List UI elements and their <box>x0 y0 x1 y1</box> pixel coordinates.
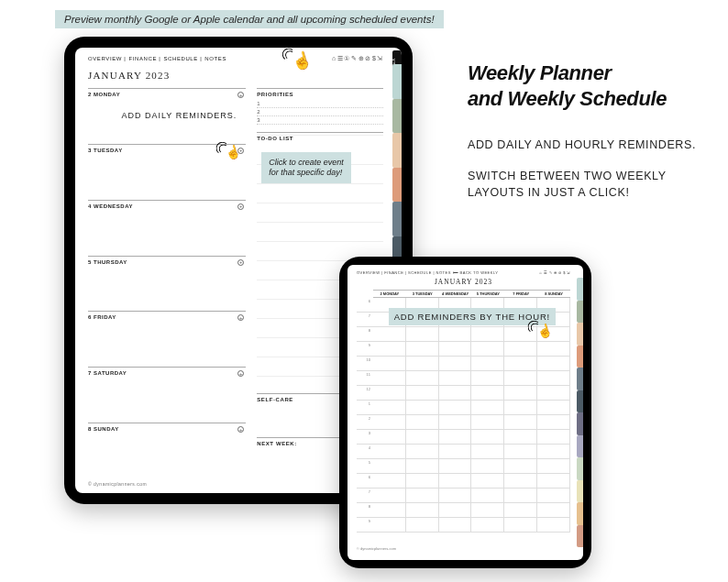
hour-cell[interactable] <box>406 401 439 415</box>
hour-cell[interactable] <box>439 518 472 533</box>
hour-cell[interactable] <box>537 401 570 415</box>
hour-cell[interactable] <box>471 371 504 386</box>
month-tab[interactable] <box>577 525 583 548</box>
hour-cell[interactable] <box>439 401 472 415</box>
hour-cell[interactable] <box>537 518 570 533</box>
priority-item[interactable]: 3 <box>257 116 383 125</box>
nav-icon[interactable]: ☰ <box>337 55 344 61</box>
nav-icon[interactable]: ⊕ <box>358 55 365 61</box>
hour-cell[interactable] <box>504 401 537 415</box>
hour-cell[interactable] <box>439 489 472 503</box>
hour-cell[interactable] <box>537 357 570 371</box>
nav-icon-row[interactable]: ⌂ ☰ ✎ ⊕ ⊘ $ ⇲ <box>539 270 570 275</box>
day-row-sunday[interactable]: 8 SUNDAY + <box>88 423 246 478</box>
hour-cell[interactable] <box>504 459 537 474</box>
nav-tab[interactable]: FINANCE | <box>128 56 160 61</box>
hour-cell[interactable] <box>373 489 406 503</box>
hour-cell[interactable] <box>471 401 504 415</box>
hour-cell[interactable] <box>471 415 504 430</box>
hour-cell[interactable] <box>537 459 570 474</box>
day-row-saturday[interactable]: 7 SATURDAY + <box>88 367 246 423</box>
day-header[interactable]: 5 THURSDAY <box>471 290 504 298</box>
hour-cell[interactable] <box>373 357 406 371</box>
hour-cell[interactable] <box>373 327 406 342</box>
hour-cell[interactable] <box>471 327 504 342</box>
hour-cell[interactable] <box>373 503 406 518</box>
month-tab[interactable] <box>392 202 402 236</box>
nav-tab[interactable]: SCHEDULE | <box>163 56 202 61</box>
nav-tabs[interactable]: OVERVIEW | FINANCE | SCHEDULE | NOTES ⟵ … <box>357 270 499 275</box>
hour-cell[interactable] <box>504 430 537 445</box>
day-header[interactable]: 7 FRIDAY <box>504 290 537 298</box>
month-tab[interactable] <box>577 480 583 503</box>
hour-cell[interactable] <box>471 342 504 357</box>
priority-item[interactable]: 2 <box>257 108 383 116</box>
hour-cell[interactable] <box>537 386 570 401</box>
nav-tabs[interactable]: OVERVIEW |FINANCE |SCHEDULE |NOTES <box>88 56 229 61</box>
day-header[interactable]: 3 TUESDAY <box>406 290 439 298</box>
hour-cell[interactable] <box>373 474 406 489</box>
priorities-section[interactable]: PRIORITIES 1 2 3 <box>257 88 383 132</box>
planner-nav[interactable]: OVERVIEW |FINANCE |SCHEDULE |NOTES ⌂☰①✎⊕… <box>88 55 383 62</box>
hour-cell[interactable] <box>406 415 439 430</box>
nav-icon[interactable]: ① <box>344 55 350 61</box>
nav-icon[interactable]: $ <box>372 55 377 61</box>
hour-cell[interactable] <box>373 386 406 401</box>
nav-icon[interactable]: ⊘ <box>365 55 371 61</box>
hour-cell[interactable] <box>537 474 570 489</box>
hour-cell[interactable] <box>471 474 504 489</box>
month-tab[interactable] <box>577 435 583 458</box>
hour-cell[interactable] <box>373 430 406 445</box>
hour-cell[interactable] <box>504 518 537 533</box>
month-tab[interactable] <box>577 301 583 324</box>
hour-cell[interactable] <box>406 489 439 503</box>
hour-cell[interactable] <box>406 459 439 474</box>
month-tab[interactable] <box>392 168 402 203</box>
hour-cell[interactable] <box>537 489 570 503</box>
hour-cell[interactable] <box>373 401 406 415</box>
hour-cell[interactable] <box>406 386 439 401</box>
day-row-monday[interactable]: 2 MONDAY + ADD DAILY REMINDERS. <box>88 88 246 144</box>
hour-cell[interactable] <box>537 415 570 430</box>
nav-icon-row[interactable]: ⌂☰①✎⊕⊘$⇲ <box>331 55 383 62</box>
hour-cell[interactable] <box>471 489 504 503</box>
hour-cell[interactable] <box>439 357 472 371</box>
month-tab[interactable] <box>392 133 402 168</box>
day-row-wednesday[interactable]: 4 WEDNESDAY + <box>88 200 246 256</box>
hour-cell[interactable] <box>406 503 439 518</box>
hour-cell[interactable] <box>537 445 570 459</box>
day-header[interactable]: 2 MONDAY <box>373 290 406 298</box>
hour-cell[interactable] <box>439 342 472 357</box>
hour-cell[interactable] <box>439 459 472 474</box>
day-header[interactable]: 8 SUNDAY <box>537 290 570 298</box>
hour-cell[interactable] <box>406 371 439 386</box>
month-tab[interactable] <box>392 64 402 99</box>
hour-cell[interactable] <box>406 430 439 445</box>
day-row-thursday[interactable]: 5 THURSDAY + <box>88 256 246 312</box>
nav-icon[interactable]: ⇲ <box>377 55 383 61</box>
hour-cell[interactable] <box>504 474 537 489</box>
month-tab[interactable] <box>577 390 583 413</box>
hour-cell[interactable] <box>373 415 406 430</box>
hour-cell[interactable] <box>439 386 472 401</box>
hour-cell[interactable] <box>537 430 570 445</box>
hour-cell[interactable] <box>406 342 439 357</box>
nav-icon[interactable]: ⌂ <box>332 55 336 61</box>
day-header[interactable]: 4 WEDNESDAY <box>439 290 472 298</box>
month-tab[interactable] <box>577 323 583 346</box>
hour-cell[interactable] <box>406 357 439 371</box>
month-tab[interactable] <box>577 278 583 301</box>
hour-cell[interactable] <box>471 445 504 459</box>
month-side-tabs[interactable] <box>577 278 583 547</box>
priority-item[interactable]: 1 <box>257 100 383 108</box>
hour-cell[interactable] <box>439 503 472 518</box>
hour-cell[interactable] <box>406 445 439 459</box>
month-tab[interactable] <box>577 412 583 435</box>
day-row-friday[interactable]: 6 FRIDAY + <box>88 311 246 367</box>
hour-cell[interactable] <box>406 327 439 342</box>
hour-cell[interactable] <box>471 430 504 445</box>
add-event-icon[interactable]: + <box>237 259 244 266</box>
month-tab[interactable] <box>577 368 583 390</box>
add-event-icon[interactable]: + <box>237 203 244 210</box>
hour-cell[interactable] <box>504 371 537 386</box>
